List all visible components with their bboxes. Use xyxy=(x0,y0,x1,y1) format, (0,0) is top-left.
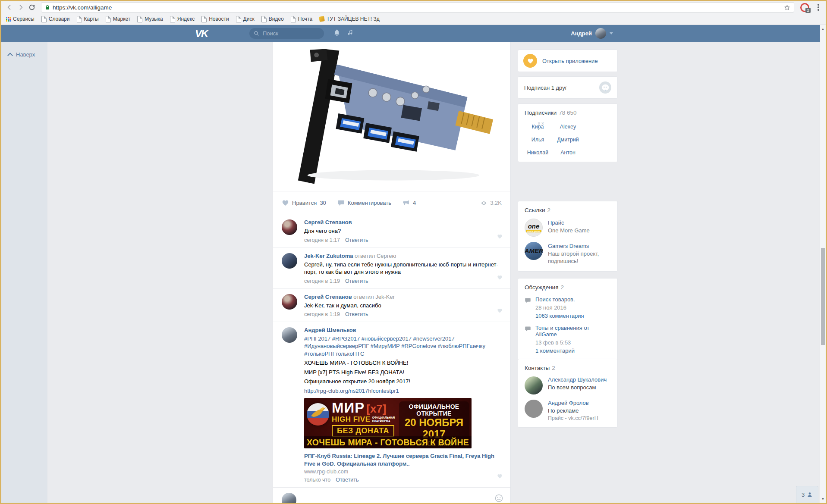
reply-link[interactable]: Ответить xyxy=(345,311,368,317)
link-name[interactable]: Gamers Dreams xyxy=(548,243,611,249)
back-button[interactable] xyxy=(5,3,14,12)
post-image[interactable] xyxy=(273,42,510,191)
discussion-comments-link[interactable]: 1 комментарий xyxy=(535,347,611,354)
bookmark-item[interactable]: Словари xyxy=(41,16,70,22)
reply-link[interactable]: Ответить xyxy=(336,477,358,483)
reply-link[interactable]: Ответить xyxy=(345,237,368,243)
vk-logo[interactable]: VK xyxy=(195,28,208,40)
scroll-up-arrow[interactable]: ▲ xyxy=(820,26,826,32)
bookmark-item[interactable]: Музыка xyxy=(137,16,163,22)
external-link[interactable]: http://rpg-club.org/ns2017hfcontestpr1 xyxy=(304,388,399,394)
comment-author-link[interactable]: Андрей Шмельков xyxy=(304,327,356,333)
promo-banner-image[interactable]: МИР [x7] HIGH FIVE ОФИЦИАЛЬНАЯ ПЛАТФОРМА… xyxy=(304,398,472,448)
discussion-bubble-icon xyxy=(525,326,531,354)
link-item[interactable]: onemore game Прайс One More Game xyxy=(518,213,617,237)
notifications-bell-icon[interactable] xyxy=(333,29,341,38)
followed-friends-block[interactable]: Подписан 1 друг xyxy=(518,76,618,99)
share-button[interactable]: 4 xyxy=(402,199,416,207)
contact-item[interactable]: Андрей Фролов По рекламе Прайс - vk.cc/7… xyxy=(518,394,617,421)
contact-name[interactable]: Андрей Фролов xyxy=(548,400,598,406)
bookmark-item[interactable]: Маркет xyxy=(106,16,131,22)
bookmark-item[interactable]: Новости xyxy=(201,16,229,22)
link-item[interactable]: GAMERS Gamers Dreams Наш второй проект, … xyxy=(518,237,617,265)
user-menu[interactable]: Андрей xyxy=(571,25,613,42)
page-icon xyxy=(137,16,142,22)
scroll-down-arrow[interactable]: ▼ xyxy=(820,496,826,502)
comment-input-row[interactable] xyxy=(273,487,510,504)
subscriber-name[interactable]: Alexey xyxy=(554,124,582,130)
bookmark-item[interactable]: ТУТ ЗАЙЦЕВ НЕТ! Зд xyxy=(319,16,380,22)
reload-button[interactable] xyxy=(27,3,37,12)
discussions-block: Обсуждения2 Поиск товаров. 28 ноя 2016 1… xyxy=(518,278,618,360)
avatar[interactable] xyxy=(282,253,297,269)
link-preview-title[interactable]: РПГ-Клуб Russia: Lineage 2. Лучшие серве… xyxy=(304,452,502,467)
avatar[interactable] xyxy=(525,376,543,394)
search-input[interactable] xyxy=(262,30,311,37)
bookmark-item[interactable]: Диск xyxy=(236,16,255,22)
page-icon xyxy=(236,16,241,22)
bookmark-star-icon[interactable] xyxy=(784,4,790,11)
contact-name[interactable]: Александр Шукалович xyxy=(548,376,607,383)
bookmark-item[interactable]: Видео xyxy=(261,16,284,22)
links-header[interactable]: Ссылки2 xyxy=(518,201,617,213)
banner-title: МИР xyxy=(332,401,365,415)
link-preview[interactable]: РПГ-Клуб Russia: Lineage 2. Лучшие серве… xyxy=(304,452,502,475)
forward-button[interactable] xyxy=(16,3,25,12)
avatar[interactable] xyxy=(282,327,297,343)
subscriber-name[interactable]: Николай xyxy=(524,150,552,156)
avatar[interactable] xyxy=(525,400,543,418)
subscriber-name[interactable]: Дмитрий xyxy=(554,137,582,143)
comment-author-link[interactable]: Jek-Ker Zukutoma xyxy=(304,253,353,259)
reply-link[interactable]: Ответить xyxy=(345,278,368,284)
chevron-down-icon xyxy=(610,32,613,34)
subscriber[interactable]: Дмитрий xyxy=(554,134,582,143)
search-box[interactable] xyxy=(249,28,324,39)
contacts-header[interactable]: Контакты2 xyxy=(518,359,617,371)
avatar[interactable] xyxy=(282,294,297,310)
scroll-thumb[interactable] xyxy=(821,248,825,345)
browser-menu-icon[interactable] xyxy=(814,3,822,12)
subscriber[interactable]: Кира xyxy=(524,121,552,130)
discussion-comments-link[interactable]: 1063 комментария xyxy=(535,313,584,319)
comment-like-icon[interactable] xyxy=(497,234,503,241)
bookmark-label: Видео xyxy=(269,16,284,22)
subscriber[interactable]: Alexey xyxy=(554,121,582,130)
link-name[interactable]: Прайс xyxy=(548,219,590,226)
contact-item[interactable]: Александр Шукалович По всем вопросам xyxy=(518,371,617,394)
chat-widget[interactable]: 3 xyxy=(796,486,818,503)
browser-profile-icon[interactable]: 2 xyxy=(800,3,809,12)
avatar[interactable] xyxy=(282,219,297,235)
back-to-top-link[interactable]: Наверх xyxy=(8,51,35,58)
subscriber[interactable]: Илья xyxy=(524,134,552,143)
subscribers-header[interactable]: Подписчики78 650 xyxy=(518,104,617,116)
like-button[interactable]: Нравится 30 xyxy=(282,199,326,207)
comment-author-link[interactable]: Сергей Степанов xyxy=(304,219,352,225)
emoji-smiley-icon[interactable] xyxy=(494,494,503,504)
address-bar[interactable] xyxy=(41,2,794,13)
music-note-icon[interactable] xyxy=(346,29,354,38)
comment-button[interactable]: Комментировать xyxy=(337,199,391,207)
hashtags[interactable]: #РПГ2017 #RPG2017 #новыйсервер2017 #news… xyxy=(304,335,502,357)
comment-like-icon[interactable] xyxy=(497,473,503,480)
discussions-header[interactable]: Обсуждения2 xyxy=(518,279,617,291)
discussion-title[interactable]: Поиск товаров. xyxy=(535,296,584,303)
friend-avatar[interactable] xyxy=(599,81,611,94)
comment-like-icon[interactable] xyxy=(497,308,503,315)
comment-author-link[interactable]: Сергей Степанов xyxy=(304,294,352,300)
bookmark-item[interactable]: Сервисы xyxy=(6,16,35,22)
url-input[interactable] xyxy=(53,4,784,11)
bookmark-item[interactable]: Яндекс xyxy=(170,16,195,22)
scrollbar[interactable]: ▲ ▼ xyxy=(820,25,826,503)
open-app-button[interactable]: Открыть приложение xyxy=(518,50,618,72)
bookmark-item[interactable]: Почта xyxy=(291,16,312,22)
subscriber-name[interactable]: Илья xyxy=(524,137,552,143)
discussion-item[interactable]: Топы и сравнения от AliGame 13 фев в 5:5… xyxy=(518,319,617,354)
discussion-item[interactable]: Поиск товаров. 28 ноя 2016 1063 коммента… xyxy=(518,291,617,319)
subscriber-name[interactable]: Антон xyxy=(554,150,582,156)
subscriber[interactable]: Николай xyxy=(524,147,552,156)
reply-to-label: ответил Jek-Ker xyxy=(353,294,395,300)
discussion-title[interactable]: Топы и сравнения от AliGame xyxy=(535,325,611,338)
comment-like-icon[interactable] xyxy=(497,275,503,282)
bookmark-item[interactable]: Карты xyxy=(77,16,99,22)
subscriber[interactable]: Антон xyxy=(554,147,582,156)
